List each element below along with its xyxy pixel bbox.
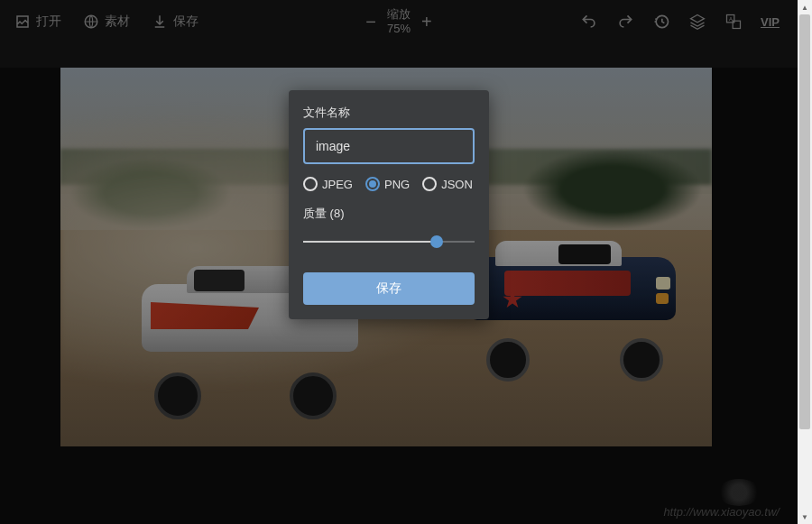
- globe-icon: [83, 14, 99, 30]
- scroll-up-arrow[interactable]: ▲: [798, 0, 812, 14]
- format-jpeg-radio[interactable]: JPEG: [303, 177, 353, 191]
- zoom-value: 75%: [387, 22, 411, 36]
- jpeg-label: JPEG: [322, 178, 353, 191]
- open-label: 打开: [36, 14, 61, 30]
- format-json-radio[interactable]: JSON: [422, 177, 473, 191]
- scroll-down-arrow[interactable]: ▼: [798, 510, 812, 524]
- png-label: PNG: [384, 178, 410, 191]
- filename-input[interactable]: [303, 128, 475, 164]
- svg-text:A: A: [729, 16, 733, 22]
- vertical-scrollbar[interactable]: ▲ ▼: [798, 0, 812, 524]
- open-button[interactable]: 打开: [14, 14, 61, 30]
- zoom-control: − 缩放 75% +: [365, 7, 431, 35]
- layers-icon[interactable]: [688, 13, 706, 31]
- watermark-logo: [716, 479, 761, 506]
- json-label: JSON: [441, 178, 473, 191]
- save-dialog: 文件名称 JPEG PNG JSON 质量 (8) 保存: [289, 90, 489, 319]
- zoom-in-button[interactable]: +: [421, 12, 432, 32]
- filename-label: 文件名称: [303, 105, 475, 121]
- format-png-radio[interactable]: PNG: [365, 177, 410, 191]
- format-radio-group: JPEG PNG JSON: [303, 177, 475, 191]
- zoom-out-button[interactable]: −: [365, 12, 376, 32]
- save-button[interactable]: 保存: [152, 14, 198, 30]
- undo-icon[interactable]: [580, 13, 598, 31]
- watermark-text: http://www.xiaoyao.tw/: [663, 505, 780, 519]
- scrollbar-thumb[interactable]: [799, 14, 810, 429]
- download-icon: [152, 14, 168, 30]
- image-icon: [14, 14, 31, 30]
- toolbar: 打开 素材 保存 − 缩放 75% + A VIP: [0, 0, 798, 43]
- material-label: 素材: [105, 14, 130, 30]
- save-label: 保存: [173, 14, 198, 30]
- redo-icon[interactable]: [616, 13, 634, 31]
- quality-label: 质量 (8): [303, 206, 475, 222]
- translate-icon[interactable]: A: [724, 13, 743, 31]
- vip-button[interactable]: VIP: [761, 15, 780, 29]
- quality-slider[interactable]: [303, 233, 475, 251]
- history-icon[interactable]: [652, 13, 670, 31]
- zoom-label: 缩放: [387, 7, 411, 22]
- dialog-save-button[interactable]: 保存: [303, 272, 475, 305]
- material-button[interactable]: 素材: [83, 14, 130, 30]
